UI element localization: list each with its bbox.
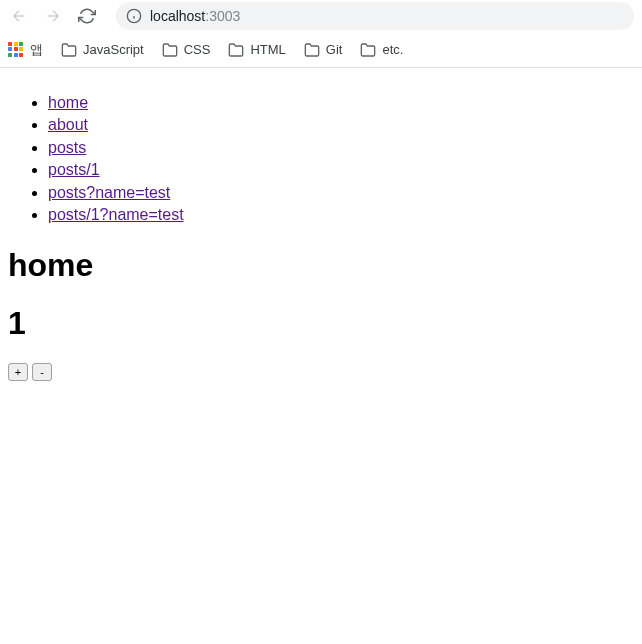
bookmark-folder-javascript[interactable]: JavaScript: [61, 42, 144, 58]
nav-link-posts-query[interactable]: posts?name=test: [48, 184, 170, 201]
back-button[interactable]: [8, 5, 30, 27]
list-item: about: [48, 114, 634, 136]
bookmark-folder-git[interactable]: Git: [304, 42, 343, 58]
page-content: home about posts posts/1 posts?name=test…: [0, 68, 642, 389]
nav-link-posts[interactable]: posts: [48, 139, 86, 156]
apps-button[interactable]: 앱: [8, 41, 43, 59]
list-item: posts?name=test: [48, 182, 634, 204]
arrow-left-icon: [10, 7, 28, 25]
url-bar[interactable]: localhost:3003: [116, 2, 634, 30]
folder-icon: [304, 42, 320, 58]
page-title: home: [8, 247, 634, 284]
list-item: posts/1?name=test: [48, 204, 634, 226]
nav-buttons: [8, 5, 98, 27]
folder-icon: [162, 42, 178, 58]
counter-buttons: + -: [8, 363, 634, 381]
nav-link-posts-1[interactable]: posts/1: [48, 161, 100, 178]
info-icon: [126, 8, 142, 24]
bookmark-folder-css[interactable]: CSS: [162, 42, 211, 58]
arrow-right-icon: [44, 7, 62, 25]
reload-button[interactable]: [76, 5, 98, 27]
increment-button[interactable]: +: [8, 363, 28, 381]
nav-link-posts-1-query[interactable]: posts/1?name=test: [48, 206, 184, 223]
bookmark-label: CSS: [184, 42, 211, 57]
bookmark-label: Git: [326, 42, 343, 57]
folder-icon: [61, 42, 77, 58]
list-item: home: [48, 92, 634, 114]
nav-link-home[interactable]: home: [48, 94, 88, 111]
counter-value: 1: [8, 305, 634, 342]
bookmark-folder-etc[interactable]: etc.: [360, 42, 403, 58]
bookmarks-bar: 앱 JavaScript CSS HTML Git etc.: [0, 32, 642, 68]
bookmark-folder-html[interactable]: HTML: [228, 42, 285, 58]
reload-icon: [78, 7, 96, 25]
folder-icon: [360, 42, 376, 58]
forward-button[interactable]: [42, 5, 64, 27]
bookmark-label: JavaScript: [83, 42, 144, 57]
folder-icon: [228, 42, 244, 58]
apps-label: 앱: [30, 41, 43, 59]
list-item: posts/1: [48, 159, 634, 181]
nav-link-about[interactable]: about: [48, 116, 88, 133]
url-text: localhost:3003: [150, 8, 240, 24]
decrement-button[interactable]: -: [32, 363, 52, 381]
bookmark-label: HTML: [250, 42, 285, 57]
bookmark-label: etc.: [382, 42, 403, 57]
browser-toolbar: localhost:3003: [0, 0, 642, 32]
apps-grid-icon: [8, 42, 24, 58]
nav-list: home about posts posts/1 posts?name=test…: [48, 92, 634, 226]
list-item: posts: [48, 137, 634, 159]
